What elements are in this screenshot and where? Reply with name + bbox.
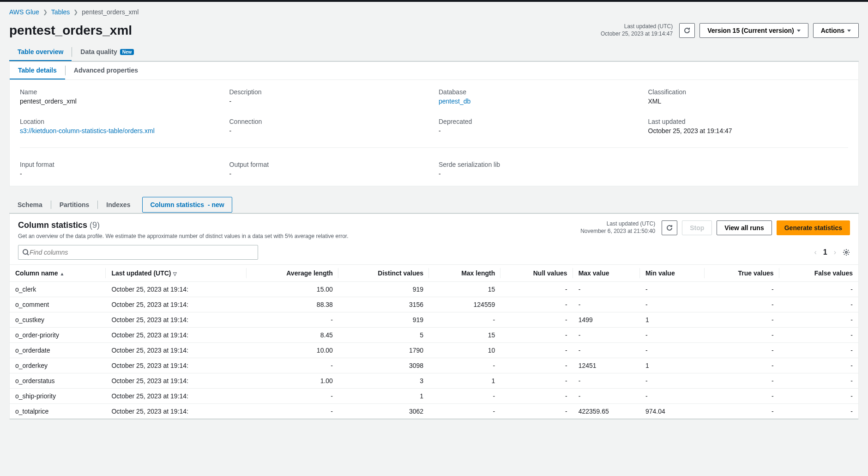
- pager-next[interactable]: ›: [834, 248, 836, 256]
- cell-avg: 1.00: [247, 373, 338, 389]
- cell-false: -: [779, 404, 858, 419]
- cell-max: -: [573, 282, 640, 297]
- tab-table-details[interactable]: Table details: [10, 62, 65, 79]
- table-row: o_commentOctober 25, 2023 at 19:14:88.38…: [10, 297, 858, 312]
- cell-min: -: [640, 389, 705, 404]
- gear-icon[interactable]: [843, 249, 850, 256]
- th-false-values[interactable]: False values: [779, 265, 858, 282]
- breadcrumb-tables[interactable]: Tables: [51, 8, 70, 16]
- cell-nulls: -: [500, 297, 573, 312]
- cell-updated: October 25, 2023 at 19:14:: [106, 404, 246, 419]
- cell-nulls: -: [500, 343, 573, 358]
- cell-max: -: [573, 373, 640, 389]
- detail-serde-value: -: [439, 170, 639, 177]
- detail-location-link[interactable]: s3://kietduon-column-statistics-table/or…: [20, 127, 155, 134]
- detail-name-value: pentest_orders_xml: [20, 98, 220, 105]
- table-row: o_orderdateOctober 25, 2023 at 19:14:10.…: [10, 343, 858, 358]
- cell-avg: -: [247, 404, 338, 419]
- cell-avg: -: [247, 389, 338, 404]
- detail-inputformat-value: -: [20, 170, 220, 177]
- refresh-button[interactable]: [679, 23, 695, 38]
- cell-maxlen: -: [429, 404, 500, 419]
- view-all-runs-button[interactable]: View all runs: [717, 220, 772, 235]
- cell-true: -: [705, 404, 779, 419]
- tab-partitions[interactable]: Partitions: [51, 196, 98, 213]
- th-max-length[interactable]: Max length: [429, 265, 500, 282]
- cell-name: o_orderdate: [10, 343, 106, 358]
- th-min-value[interactable]: Min value: [640, 265, 705, 282]
- version-label: Version 15 (Current version): [707, 27, 794, 34]
- cell-avg: 10.00: [247, 343, 338, 358]
- cell-false: -: [779, 343, 858, 358]
- cell-updated: October 25, 2023 at 19:14:: [106, 282, 246, 297]
- cell-min: -: [640, 343, 705, 358]
- details-divider: [20, 147, 848, 148]
- svg-point-0: [23, 250, 28, 254]
- tab-data-quality[interactable]: Data quality New: [72, 43, 142, 61]
- tab-column-statistics[interactable]: Column statistics - new: [142, 197, 232, 213]
- caret-down-icon: [797, 30, 801, 32]
- last-updated-value: October 25, 2023 at 19:14:47: [601, 31, 673, 38]
- cell-avg: 8.45: [247, 328, 338, 343]
- cell-nulls: -: [500, 282, 573, 297]
- tab-table-overview[interactable]: Table overview: [9, 43, 72, 61]
- cell-distinct: 3156: [338, 297, 429, 312]
- stop-button[interactable]: Stop: [682, 220, 712, 235]
- new-tag: - new: [208, 201, 224, 208]
- stats-description: Get an overview of the data profile. We …: [18, 233, 348, 239]
- refresh-icon: [683, 27, 691, 34]
- cell-maxlen: 10: [429, 343, 500, 358]
- detail-description-label: Description: [229, 88, 430, 96]
- detail-outputformat-label: Output format: [229, 161, 430, 168]
- detail-connection-label: Connection: [229, 118, 430, 125]
- chevron-right-icon: ❯: [73, 9, 78, 15]
- cell-name: o_comment: [10, 297, 106, 312]
- cell-nulls: -: [500, 328, 573, 343]
- breadcrumb-root[interactable]: AWS Glue: [9, 8, 39, 16]
- cell-name: o_orderstatus: [10, 373, 106, 389]
- th-column-name[interactable]: Column name▲: [10, 265, 106, 282]
- tab-schema[interactable]: Schema: [9, 196, 51, 213]
- search-icon: [22, 249, 30, 256]
- stats-table: Column name▲ Last updated (UTC)▽ Average…: [10, 264, 858, 419]
- detail-connection-value: -: [229, 127, 430, 134]
- main-tabs: Table overview Data quality New: [9, 43, 859, 61]
- cell-max: 12451: [573, 358, 640, 373]
- pager-page: 1: [823, 248, 827, 256]
- tab-indexes[interactable]: Indexes: [98, 196, 139, 213]
- th-max-value[interactable]: Max value: [573, 265, 640, 282]
- cell-distinct: 3062: [338, 404, 429, 419]
- detail-database-link[interactable]: pentest_db: [439, 98, 470, 105]
- detail-deprecated-label: Deprecated: [439, 118, 639, 125]
- stats-refresh-button[interactable]: [662, 220, 677, 235]
- cell-distinct: 919: [338, 282, 429, 297]
- actions-label: Actions: [821, 27, 844, 34]
- cell-nulls: -: [500, 373, 573, 389]
- th-true-values[interactable]: True values: [705, 265, 779, 282]
- table-row: o_ship-priorityOctober 25, 2023 at 19:14…: [10, 389, 858, 404]
- search-input[interactable]: [30, 249, 254, 256]
- cell-avg: 15.00: [247, 282, 338, 297]
- tab-advanced-properties[interactable]: Advanced properties: [66, 62, 146, 79]
- th-null-values[interactable]: Null values: [500, 265, 573, 282]
- pager-prev[interactable]: ‹: [814, 248, 816, 256]
- detail-name-label: Name: [20, 88, 220, 96]
- cell-min: -: [640, 297, 705, 312]
- th-last-updated[interactable]: Last updated (UTC)▽: [106, 265, 246, 282]
- actions-dropdown[interactable]: Actions: [813, 23, 859, 38]
- th-distinct[interactable]: Distinct values: [338, 265, 429, 282]
- breadcrumb-current: pentest_orders_xml: [82, 8, 139, 16]
- th-avg-length[interactable]: Average length: [247, 265, 338, 282]
- cell-min: -: [640, 373, 705, 389]
- cell-min: -: [640, 328, 705, 343]
- cell-true: -: [705, 312, 779, 328]
- cell-min: -: [640, 282, 705, 297]
- version-dropdown[interactable]: Version 15 (Current version): [699, 23, 808, 38]
- generate-statistics-button[interactable]: Generate statistics: [777, 220, 850, 235]
- cell-true: -: [705, 389, 779, 404]
- cell-true: -: [705, 282, 779, 297]
- search-box[interactable]: [18, 245, 258, 260]
- cell-true: -: [705, 297, 779, 312]
- cell-false: -: [779, 328, 858, 343]
- cell-max: -: [573, 297, 640, 312]
